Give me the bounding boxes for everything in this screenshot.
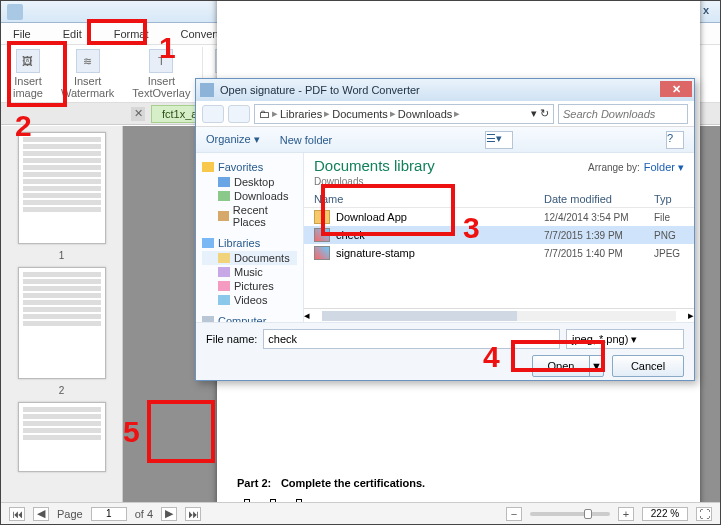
image-file-icon [314, 246, 330, 260]
zoom-slider[interactable] [530, 512, 610, 516]
horizontal-scrollbar[interactable]: ◂▸ [304, 308, 694, 322]
zoom-in-button[interactable]: + [618, 507, 634, 521]
thumbnail-panel: 1 2 [1, 126, 123, 502]
nav-back-button[interactable] [202, 105, 224, 123]
insert-image-label: Insert image [13, 75, 43, 99]
insert-textoverlay-label: Insert TextOverlay [132, 75, 190, 99]
nav-downloads[interactable]: Downloads [202, 189, 297, 203]
page-number-input[interactable] [91, 507, 127, 521]
image-file-icon [314, 228, 330, 242]
open-button[interactable]: Open▼ [532, 355, 604, 377]
tab-close-icon[interactable]: ✕ [131, 107, 145, 121]
page-next-button[interactable]: ▶ [161, 507, 177, 521]
dialog-close-button[interactable]: ✕ [660, 81, 692, 97]
thumbnail-page-1[interactable] [18, 132, 106, 244]
file-row[interactable]: signature-stamp 7/7/2015 1:40 PM JPEG [304, 244, 694, 262]
nav-videos[interactable]: Videos [202, 293, 297, 307]
nav-music[interactable]: Music [202, 265, 297, 279]
dialog-title: Open signature - PDF to Word Converter [220, 84, 420, 96]
library-icon [202, 238, 214, 248]
app-icon [7, 4, 23, 20]
file-row[interactable]: check 7/7/2015 1:39 PM PNG [304, 226, 694, 244]
menu-edit[interactable]: Edit [59, 26, 86, 42]
insert-watermark-label: Insert Watermark [61, 75, 114, 99]
thumbnail-page-2[interactable] [18, 267, 106, 379]
breadcrumb-root-icon: 🗀 [259, 108, 270, 120]
search-input[interactable] [558, 104, 688, 124]
watermark-icon: ≋ [76, 49, 100, 73]
file-columns[interactable]: Name Date modified Typ [304, 191, 694, 208]
new-folder-button[interactable]: New folder [280, 134, 333, 146]
cancel-button[interactable]: Cancel [612, 355, 684, 377]
menu-file[interactable]: File [9, 26, 35, 42]
fullscreen-button[interactable]: ⛶ [696, 507, 712, 521]
nav-libraries[interactable]: Libraries [218, 237, 260, 249]
image-icon: 🖼 [16, 49, 40, 73]
page-label: Page [57, 508, 83, 520]
nav-tree: Favorites Desktop Downloads Recent Place… [196, 153, 304, 322]
status-bar: ⏮ ◀ Page of 4 ▶ ⏭ − + ⛶ [1, 502, 720, 524]
dialog-icon [200, 83, 214, 97]
textoverlay-icon: T [149, 49, 173, 73]
part2-heading: Part 2: [237, 477, 271, 489]
library-subtitle: Downloads [304, 176, 694, 191]
insert-image-button[interactable]: 🖼 Insert image [7, 47, 49, 101]
file-list: Download App 12/4/2014 3:54 PM File chec… [304, 208, 694, 322]
arrange-value[interactable]: Folder ▾ [644, 161, 684, 174]
page-last-button[interactable]: ⏭ [185, 507, 201, 521]
nav-forward-button[interactable] [228, 105, 250, 123]
zoom-value-input[interactable] [642, 507, 688, 521]
thumbnail-label-2: 2 [59, 385, 65, 396]
nav-recent[interactable]: Recent Places [202, 203, 297, 229]
nav-computer[interactable]: Computer [218, 315, 266, 322]
filename-label: File name: [206, 333, 257, 345]
insert-textoverlay-button[interactable]: T Insert TextOverlay [126, 47, 196, 101]
page-prev-button[interactable]: ◀ [33, 507, 49, 521]
zoom-out-button[interactable]: − [506, 507, 522, 521]
dialog-titlebar: Open signature - PDF to Word Converter ✕ [196, 79, 694, 101]
folder-icon [314, 210, 330, 224]
thumbnail-page-3[interactable] [18, 402, 106, 472]
file-row[interactable]: Download App 12/4/2014 3:54 PM File [304, 208, 694, 226]
library-title: Documents library [314, 157, 435, 174]
nav-pictures[interactable]: Pictures [202, 279, 297, 293]
open-file-dialog: Open signature - PDF to Word Converter ✕… [195, 78, 695, 381]
page-of-label: of 4 [135, 508, 153, 520]
thumbnail-label-1: 1 [59, 250, 65, 261]
nav-desktop[interactable]: Desktop [202, 175, 297, 189]
star-icon [202, 162, 214, 172]
file-type-filter[interactable]: .jpeg, *.png) ▾ [566, 329, 684, 349]
filename-input[interactable] [263, 329, 560, 349]
chevron-down-icon[interactable]: ▼ [589, 356, 603, 376]
breadcrumb[interactable]: 🗀 ▸Libraries ▸Documents ▸Downloads ▸ ▾ ↻ [254, 104, 554, 124]
organize-button[interactable]: Organize ▾ [206, 133, 260, 146]
help-button[interactable]: ? [666, 131, 684, 149]
nav-documents[interactable]: Documents [202, 251, 297, 265]
insert-watermark-button[interactable]: ≋ Insert Watermark [55, 47, 120, 101]
page-first-button[interactable]: ⏮ [9, 507, 25, 521]
arrange-label: Arrange by: [588, 162, 640, 173]
part2-title: Complete the certifications. [281, 477, 425, 489]
view-options-button[interactable]: ☰▾ [485, 131, 513, 149]
nav-favorites[interactable]: Favorites [218, 161, 263, 173]
menu-format[interactable]: Format [110, 26, 153, 42]
